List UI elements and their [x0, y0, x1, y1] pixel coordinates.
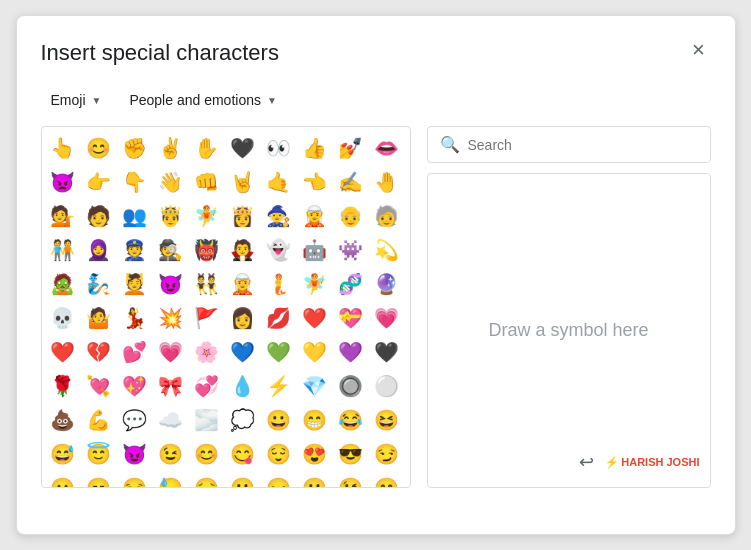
- search-input[interactable]: [468, 137, 698, 153]
- emoji-cell[interactable]: 🧛: [226, 233, 260, 267]
- emoji-cell[interactable]: 💗: [154, 335, 188, 369]
- emoji-cell[interactable]: 💝: [334, 301, 368, 335]
- emoji-cell[interactable]: 👴: [334, 199, 368, 233]
- emoji-cell[interactable]: 👿: [46, 165, 80, 199]
- emoji-cell[interactable]: 😕: [226, 471, 260, 487]
- emoji-cell[interactable]: 😘: [334, 471, 368, 487]
- emoji-cell[interactable]: ☁️: [154, 403, 188, 437]
- emoji-cell[interactable]: 🧬: [334, 267, 368, 301]
- emoji-cell[interactable]: 👋: [154, 165, 188, 199]
- emoji-cell[interactable]: 😈: [118, 437, 152, 471]
- emoji-cell[interactable]: 😊: [82, 131, 116, 165]
- emoji-cell[interactable]: 🧞: [82, 267, 116, 301]
- emoji-cell[interactable]: 🧚: [298, 267, 332, 301]
- emoji-cell[interactable]: 👥: [118, 199, 152, 233]
- emoji-cell[interactable]: 😔: [190, 471, 224, 487]
- emoji-cell[interactable]: 🔮: [370, 267, 404, 301]
- emoji-cell[interactable]: 👄: [370, 131, 404, 165]
- emoji-cell[interactable]: 😍: [298, 437, 332, 471]
- emoji-cell[interactable]: 💛: [298, 335, 332, 369]
- emoji-cell[interactable]: 😒: [118, 471, 152, 487]
- emoji-cell[interactable]: 🧚: [190, 199, 224, 233]
- emoji-cell[interactable]: 💭: [226, 403, 260, 437]
- emoji-cell[interactable]: 😉: [154, 437, 188, 471]
- emoji-cell[interactable]: 🤖: [298, 233, 332, 267]
- emoji-cell[interactable]: 💔: [82, 335, 116, 369]
- emoji-cell[interactable]: 👆: [46, 131, 80, 165]
- emoji-cell[interactable]: 😙: [370, 471, 404, 487]
- emoji-cell[interactable]: 😑: [82, 471, 116, 487]
- emoji-cell[interactable]: 💪: [82, 403, 116, 437]
- emoji-cell[interactable]: 💆: [118, 267, 152, 301]
- emoji-cell[interactable]: ✌️: [154, 131, 188, 165]
- emoji-cell[interactable]: 😎: [334, 437, 368, 471]
- emoji-cell[interactable]: 😖: [262, 471, 296, 487]
- undo-button[interactable]: ↩: [571, 447, 601, 477]
- emoji-cell[interactable]: 🌹: [46, 369, 80, 403]
- emoji-cell[interactable]: 🤚: [370, 165, 404, 199]
- emoji-cell[interactable]: 💬: [118, 403, 152, 437]
- emoji-cell[interactable]: 👾: [334, 233, 368, 267]
- emoji-cell[interactable]: 😐: [46, 471, 80, 487]
- emoji-cell[interactable]: 🤘: [226, 165, 260, 199]
- emoji-cell[interactable]: 🔘: [334, 369, 368, 403]
- close-button[interactable]: ×: [683, 34, 715, 66]
- emoji-cell[interactable]: 😆: [370, 403, 404, 437]
- emoji-cell[interactable]: 🧑: [82, 199, 116, 233]
- emoji-cell[interactable]: 🚩: [190, 301, 224, 335]
- emoji-cell[interactable]: 👸: [226, 199, 260, 233]
- emoji-cell[interactable]: 💜: [334, 335, 368, 369]
- emoji-cell[interactable]: 🧕: [82, 233, 116, 267]
- emoji-cell[interactable]: 🤷: [82, 301, 116, 335]
- emoji-cell[interactable]: 🧑‍🤝‍🧑: [46, 233, 80, 267]
- emoji-cell[interactable]: 🕵️: [154, 233, 188, 267]
- emoji-cell[interactable]: 💘: [82, 369, 116, 403]
- emoji-cell[interactable]: 👩: [226, 301, 260, 335]
- emoji-cell[interactable]: 💋: [262, 301, 296, 335]
- emoji-cell[interactable]: ⚡: [262, 369, 296, 403]
- emoji-cell[interactable]: ✋: [190, 131, 224, 165]
- emoji-cell[interactable]: 😋: [226, 437, 260, 471]
- emoji-cell[interactable]: 👈: [298, 165, 332, 199]
- emoji-cell[interactable]: 🤙: [262, 165, 296, 199]
- emoji-cell[interactable]: 🧟: [46, 267, 80, 301]
- emoji-grid-scroll[interactable]: 👆😊✊✌️✋🖤👀👍💅👄👿👉👇👋👊🤘🤙👈✍️🤚💁🧑👥🤴🧚👸🧙🧝👴🧓🧑‍🤝‍🧑🧕👮🕵…: [42, 127, 410, 487]
- emoji-cell[interactable]: 💃: [118, 301, 152, 335]
- emoji-cell[interactable]: 👊: [190, 165, 224, 199]
- emoji-cell[interactable]: 💙: [226, 335, 260, 369]
- emoji-cell[interactable]: ❤️: [298, 301, 332, 335]
- emoji-cell[interactable]: 👻: [262, 233, 296, 267]
- emoji-cell[interactable]: 😀: [262, 403, 296, 437]
- emoji-cell[interactable]: 👍: [298, 131, 332, 165]
- emoji-cell[interactable]: 🧝: [298, 199, 332, 233]
- emoji-cell[interactable]: 🌸: [190, 335, 224, 369]
- emoji-dropdown[interactable]: Emoji ▼: [41, 86, 112, 114]
- emoji-cell[interactable]: 💞: [190, 369, 224, 403]
- emoji-cell[interactable]: 😓: [154, 471, 188, 487]
- emoji-cell[interactable]: 🧓: [370, 199, 404, 233]
- emoji-cell[interactable]: 💚: [262, 335, 296, 369]
- emoji-cell[interactable]: 💧: [226, 369, 260, 403]
- emoji-cell[interactable]: 😂: [334, 403, 368, 437]
- emoji-cell[interactable]: 💎: [298, 369, 332, 403]
- emoji-cell[interactable]: 💁: [46, 199, 80, 233]
- emoji-cell[interactable]: ❤️: [46, 335, 80, 369]
- emoji-cell[interactable]: 🤴: [154, 199, 188, 233]
- emoji-cell[interactable]: 👹: [190, 233, 224, 267]
- emoji-cell[interactable]: 👮: [118, 233, 152, 267]
- category-dropdown[interactable]: People and emotions ▼: [119, 86, 286, 114]
- emoji-cell[interactable]: 💕: [118, 335, 152, 369]
- emoji-cell[interactable]: 😇: [82, 437, 116, 471]
- emoji-cell[interactable]: 🧝: [226, 267, 260, 301]
- emoji-cell[interactable]: ⚪: [370, 369, 404, 403]
- emoji-cell[interactable]: 💗: [370, 301, 404, 335]
- emoji-cell[interactable]: 💀: [46, 301, 80, 335]
- emoji-cell[interactable]: 😌: [262, 437, 296, 471]
- emoji-cell[interactable]: 💩: [46, 403, 80, 437]
- emoji-cell[interactable]: 😊: [190, 437, 224, 471]
- emoji-cell[interactable]: 🖤: [226, 131, 260, 165]
- emoji-cell[interactable]: 👯: [190, 267, 224, 301]
- emoji-cell[interactable]: ✊: [118, 131, 152, 165]
- emoji-cell[interactable]: 😗: [298, 471, 332, 487]
- emoji-cell[interactable]: 🖤: [370, 335, 404, 369]
